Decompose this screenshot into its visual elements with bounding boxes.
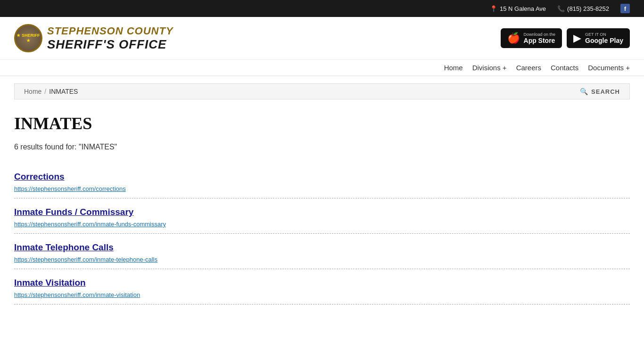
breadcrumb-home[interactable]: Home	[24, 88, 41, 95]
top-bar: 📍 15 N Galena Ave 📞 (815) 235-8252 f	[0, 0, 644, 17]
result-title-visitation[interactable]: Inmate Visitation	[14, 278, 630, 288]
phone-item: 📞 (815) 235-8252	[557, 5, 609, 12]
logo-line2: Sheriff's Office	[47, 37, 173, 52]
google-play-button[interactable]: ▶ GET IT ON Google Play	[567, 28, 630, 48]
logo-line1: Stephenson County	[47, 25, 173, 37]
header: ★ SHERIFF ★ Stephenson County Sheriff's …	[0, 17, 644, 60]
apple-icon: 🍎	[507, 32, 520, 44]
app-buttons: 🍎 Download on the App Store ▶ GET IT ON …	[501, 28, 630, 48]
nav-careers[interactable]: Careers	[516, 64, 541, 72]
search-label: SEARCH	[591, 88, 620, 95]
phone-text: (815) 235-8252	[567, 5, 609, 12]
nav-home[interactable]: Home	[444, 64, 463, 72]
breadcrumb-bar: Home / INMATES 🔍 SEARCH	[14, 83, 630, 99]
results-count: 6 results found for: "INMATES"	[14, 143, 630, 151]
app-store-button[interactable]: 🍎 Download on the App Store	[501, 28, 562, 48]
main-content: INMATES 6 results found for: "INMATES" C…	[0, 99, 644, 314]
result-item-commissary: Inmate Funds / Commissary https://stephe…	[14, 198, 630, 234]
phone-icon: 📞	[557, 5, 565, 12]
search-icon: 🔍	[580, 88, 588, 95]
search-area[interactable]: 🔍 SEARCH	[580, 88, 620, 95]
result-title-telephone[interactable]: Inmate Telephone Calls	[14, 242, 630, 253]
main-nav: Home Divisions + Careers Contacts Docume…	[0, 60, 644, 76]
facebook-icon[interactable]: f	[620, 4, 630, 13]
result-item-visitation: Inmate Visitation https://stephensonsher…	[14, 269, 630, 304]
page-title: INMATES	[14, 114, 630, 133]
nav-contacts[interactable]: Contacts	[551, 64, 578, 72]
breadcrumb-current: INMATES	[49, 88, 78, 95]
address-text: 15 N Galena Ave	[500, 5, 546, 12]
logo-badge: ★ SHERIFF ★	[14, 24, 42, 52]
address-item: 📍 15 N Galena Ave	[490, 5, 546, 12]
nav-divisions[interactable]: Divisions +	[472, 64, 507, 72]
app-store-text: Download on the App Store	[524, 32, 556, 44]
result-url-commissary[interactable]: https://stephensonsheriff.com/inmate-fun…	[14, 221, 166, 228]
logo-area: ★ SHERIFF ★ Stephenson County Sheriff's …	[14, 24, 173, 52]
result-title-corrections[interactable]: Corrections	[14, 172, 630, 182]
result-item-corrections: Corrections https://stephensonsheriff.co…	[14, 163, 630, 198]
logo-text: Stephenson County Sheriff's Office	[47, 25, 173, 52]
breadcrumb: Home / INMATES	[24, 88, 78, 95]
breadcrumb-separator: /	[44, 88, 46, 95]
result-item-telephone: Inmate Telephone Calls https://stephenso…	[14, 234, 630, 269]
result-url-telephone[interactable]: https://stephensonsheriff.com/inmate-tel…	[14, 256, 157, 263]
result-url-corrections[interactable]: https://stephensonsheriff.com/correction…	[14, 185, 126, 192]
location-icon: 📍	[490, 5, 497, 12]
result-title-commissary[interactable]: Inmate Funds / Commissary	[14, 207, 630, 217]
nav-documents[interactable]: Documents +	[588, 64, 630, 72]
result-url-visitation[interactable]: https://stephensonsheriff.com/inmate-vis…	[14, 291, 140, 298]
google-play-icon: ▶	[573, 32, 581, 44]
google-play-text: GET IT ON Google Play	[585, 32, 623, 44]
